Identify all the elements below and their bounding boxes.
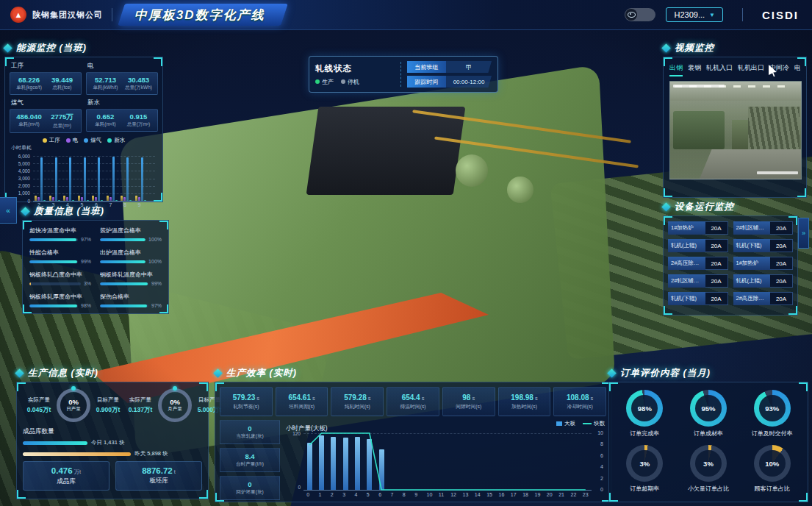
top-bar: ▲ 陕钢集团汉钢公司 中厚板3D数字化产线 H2309... ▼ CISDI [0, 0, 812, 30]
device-item[interactable]: 1#加热炉20A [733, 257, 794, 270]
device-name: 2#轧区辅… [668, 274, 705, 288]
video-tab-轧机出口[interactable]: 轧机出口 [738, 63, 764, 76]
device-name: 轧机(下辊) [733, 239, 771, 252]
energy-card-box: 68.226单耗(kgce/t)39.449总耗(tce) [10, 72, 82, 95]
efficiency-label: 间隙时间(s) [456, 403, 481, 410]
x-tick: 1 [319, 492, 322, 497]
devices-grid: 1#加热炉20A2#轧区辅…20A轧机(上辊)20A轧机(下辊)20A2#高压除… [668, 221, 793, 305]
quality-value: 99% [151, 281, 162, 286]
progress-track [100, 238, 145, 241]
line-status-button[interactable]: 跟踪时间00:00-12:00 [407, 76, 492, 88]
device-item[interactable]: 轧机(上辊)20A [668, 239, 728, 252]
efficiency-card: 654.4s待温时间(s) [387, 387, 439, 416]
legend-item: 工序 [43, 137, 60, 144]
energy-hourly-chart: 小时单耗 01,0002,0003,0004,0005,0006,0002345… [10, 146, 158, 210]
quality-item: 钢板终轧凸度命中率3% [29, 271, 91, 286]
progress-fill [29, 304, 77, 307]
actual-output: 实际产量0.137万t [124, 396, 157, 415]
device-name: 2#高压除… [668, 257, 705, 270]
legend-label: 新水 [114, 137, 125, 144]
order-donut-value: 3% [631, 450, 658, 477]
device-current: 20A [705, 257, 728, 270]
energy-metric: 2775万总量(m³) [46, 113, 79, 129]
progress-track [29, 304, 78, 307]
x-tick: 4 [355, 492, 358, 497]
actual-value: 0.045万t [23, 406, 55, 415]
device-name: 2#高压除… [733, 292, 771, 305]
device-item[interactable]: 轧机(下辊)20A [668, 292, 728, 305]
device-item[interactable]: 轧机(下辊)20A [733, 239, 794, 252]
gridline [33, 193, 155, 194]
donut-label: 日产量 [66, 406, 81, 413]
order-kpi-label: 顾客订单占比 [755, 485, 790, 493]
energy-unit: 单耗(m³/t) [89, 121, 122, 128]
video-tab-电加热[interactable]: 电加热 [794, 63, 800, 76]
legend-bar-icon [556, 421, 562, 426]
bar-电 [109, 197, 112, 201]
page-title: 中厚板3D数字化产线 [134, 7, 265, 24]
device-current: 20A [705, 292, 728, 305]
y-tick: 1,000 [10, 190, 30, 196]
device-name: 1#加热炉 [668, 221, 705, 235]
energy-card-name: 煤气 [11, 99, 82, 107]
cctv-frame[interactable] [669, 81, 802, 179]
efficiency-unit: s [312, 395, 315, 402]
button-label: 跟踪时间 [407, 76, 446, 88]
device-item[interactable]: 2#高压除…20A [733, 292, 794, 305]
y-tick: 5,000 [10, 161, 30, 166]
legend-item: 新水 [107, 137, 125, 144]
production-groups: 实际产量0.045万t0%日产量目标产量0.900万t实际产量0.137万t0%… [23, 388, 202, 422]
energy-panel: 能源监控 (当班) 工序68.226单耗(kgce/t)39.449总耗(tce… [4, 41, 163, 202]
stock-title: 成品库数量 [23, 427, 202, 436]
legend-dot-icon [84, 138, 88, 143]
device-item[interactable]: 2#高压除…20A [668, 257, 728, 270]
legend-dot-icon [107, 138, 112, 143]
bar-新水 [87, 200, 89, 201]
divider [112, 8, 112, 21]
video-tab-装钢[interactable]: 装钢 [688, 63, 701, 76]
energy-metric: 0.652单耗(m³/t) [89, 113, 122, 128]
y-tick-right: 8 [600, 441, 603, 446]
device-item[interactable]: 2#轧区辅…20A [733, 221, 794, 235]
bar-新水 [144, 200, 146, 201]
device-current: 20A [705, 274, 728, 288]
visibility-toggle[interactable] [625, 8, 655, 21]
bar-煤气 [141, 157, 143, 201]
order-kpi: 95%订单成材率 [690, 390, 727, 438]
status-legend-label: 生产 [322, 78, 334, 86]
quality-collapse-tab[interactable]: « [0, 197, 17, 224]
line-status-button[interactable]: 当前班组甲 [407, 61, 492, 73]
efficiency-cards: 579.23s轧制节奏(s)654.61s坯料周期(s)579.28s纯轧时间(… [220, 387, 606, 416]
video-tab-出钢[interactable]: 出钢 [669, 63, 683, 76]
heat-number-dropdown[interactable]: H2309... ▼ [666, 7, 723, 22]
quality-label: 出炉温度合格率 [100, 249, 162, 257]
efficiency-card: 579.23s轧制节奏(s) [220, 387, 273, 416]
order-kpi-label: 小欠量订单占比 [688, 485, 729, 493]
device-item[interactable]: 1#加热炉20A [668, 221, 728, 235]
divider [400, 62, 401, 87]
order-donut: 98% [626, 390, 663, 427]
energy-unit: 单耗(m³/t) [12, 121, 46, 128]
devices-collapse-tab[interactable]: » [798, 218, 809, 249]
efficiency-card: 108.08s冷却时间(s) [553, 387, 606, 416]
energy-metric: 39.449总耗(tce) [46, 76, 79, 91]
button-label: 当前班组 [407, 61, 446, 73]
energy-card-box: 0.652单耗(m³/t)0.915总量(万m³) [86, 109, 158, 132]
device-item[interactable]: 2#轧区辅…20A [668, 274, 728, 288]
heat-number-value: H2309... [674, 10, 705, 19]
status-dot-icon [315, 79, 320, 84]
bar-工序 [107, 196, 109, 201]
x-tick: 22 [571, 492, 577, 497]
video-tab-轧机入口[interactable]: 轧机入口 [706, 63, 733, 76]
energy-title: 能源监控 (当班) [16, 42, 87, 54]
dashboard-root: ▲ 陕钢集团汉钢公司 中厚板3D数字化产线 H2309... ▼ CISDI 轧… [0, 0, 812, 506]
efficiency-value: 98s [462, 393, 475, 402]
energy-card-name: 工序 [11, 62, 82, 71]
device-current: 20A [770, 292, 793, 305]
efficiency-label: 加热时间(s) [511, 403, 537, 410]
status-legend-item: 生产 [315, 78, 334, 86]
bar-煤气 [126, 157, 129, 201]
production-panel: 生产信息 (实时) 实际产量0.045万t0%日产量目标产量0.900万t实际产… [16, 366, 209, 499]
device-item[interactable]: 轧机(上辊)20A [733, 274, 794, 288]
quality-bar-row: 97% [100, 303, 162, 308]
